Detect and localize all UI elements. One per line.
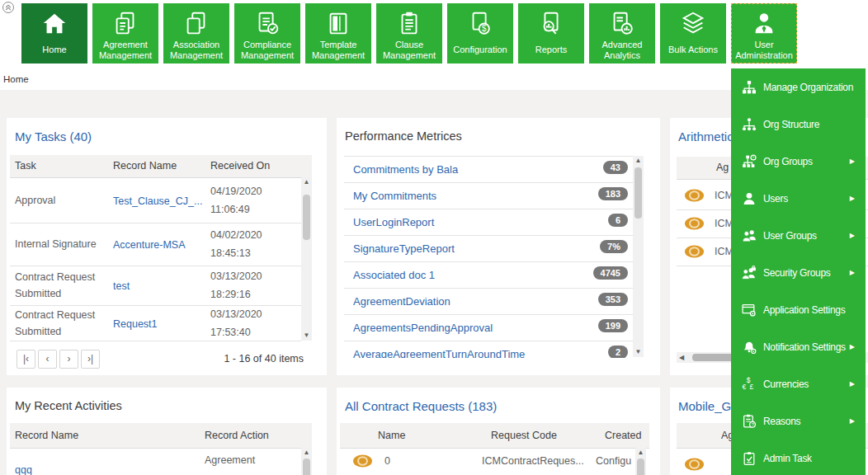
preview-eye-icon[interactable]	[683, 457, 705, 472]
card-my-tasks: My Tasks (40) Task Record Name Received …	[7, 118, 327, 375]
menu-item-application-settings[interactable]: Application Settings	[731, 291, 866, 328]
record-link[interactable]: qqq	[15, 464, 32, 475]
bulk-actions-icon	[679, 8, 707, 39]
menu-item-reasons[interactable]: ? Reasons ▶	[731, 402, 866, 440]
metric-link[interactable]: Associated doc 1	[344, 269, 435, 281]
nav-tile-reports[interactable]: Reports	[518, 3, 584, 63]
scroll-down-icon[interactable]: ▼	[301, 331, 312, 341]
metric-count-badge: 199	[598, 319, 628, 332]
request-row[interactable]: 0 ICMContractReques... Configu	[340, 448, 635, 474]
metric-item[interactable]: Commitments by Bala43	[344, 157, 644, 183]
requests-scrollbar[interactable]: ▲	[635, 448, 646, 475]
preview-eye-icon[interactable]	[351, 454, 374, 468]
column-header-created[interactable]: Created	[605, 430, 641, 441]
nav-tile-association-management[interactable]: Association Management	[163, 3, 229, 63]
metric-link[interactable]: My Commitments	[344, 190, 436, 202]
scroll-left-icon[interactable]: ◀	[677, 352, 686, 363]
preview-eye-icon[interactable]	[683, 244, 705, 259]
menu-item-admin-task[interactable]: Admin Task	[731, 440, 866, 475]
metric-link[interactable]: SignatureTypeReport	[344, 242, 455, 255]
menu-item-org-groups[interactable]: Org Groups ▶	[731, 143, 866, 180]
metric-item[interactable]: My Commitments183	[344, 183, 644, 209]
record-link[interactable]: test	[113, 280, 130, 292]
nav-tile-agreement-management[interactable]: Agreement Management	[92, 3, 158, 63]
metric-link[interactable]: UserLoginReport	[344, 216, 434, 228]
scroll-up-icon[interactable]: ▲	[301, 177, 312, 187]
column-header-agreement[interactable]: Ag	[716, 162, 729, 173]
metric-link[interactable]: AgreementDeviation	[344, 295, 451, 308]
column-header-received-on[interactable]: Received On	[210, 160, 270, 172]
metric-item[interactable]: SignatureTypeReport7%	[344, 236, 644, 262]
reports-icon	[537, 8, 565, 39]
metric-item[interactable]: Associated doc 14745	[344, 262, 644, 289]
preview-eye-icon[interactable]	[683, 188, 705, 203]
nav-tile-home[interactable]: Home	[21, 3, 87, 63]
mobile-title[interactable]: Mobile_Gl	[678, 399, 734, 413]
menu-item-currencies[interactable]: $€£ Currencies ▶	[731, 365, 866, 402]
metric-item[interactable]: AgreementDeviation353	[344, 289, 644, 315]
metric-count-badge: 183	[598, 187, 628, 200]
column-header-record-name[interactable]: Record Name	[15, 430, 78, 441]
scrollbar-thumb[interactable]	[303, 195, 310, 240]
nav-tile-advanced-analytics[interactable]: Advanced Analytics	[589, 3, 655, 63]
menu-item-manage-organization[interactable]: Manage Organization	[731, 68, 866, 106]
recent-scrollbar[interactable]: ▲	[301, 448, 312, 475]
performance-title: Performance Metrices	[345, 129, 462, 143]
agreement-icon	[111, 8, 139, 39]
preview-eye-icon[interactable]	[683, 216, 705, 231]
contract-requests-title[interactable]: All Contract Requests (183)	[345, 399, 497, 413]
pager-next-button[interactable]: ›	[59, 350, 78, 369]
metric-link[interactable]: AgreementsPendingApproval	[344, 322, 493, 334]
performance-scrollbar[interactable]: ▲ ▼	[633, 156, 644, 357]
scrollbar-thumb[interactable]	[303, 459, 310, 475]
my-tasks-scrollbar[interactable]: ▲ ▼	[301, 177, 312, 341]
metric-item[interactable]: AgreementsPendingApproval199	[344, 315, 644, 341]
scroll-down-icon[interactable]: ▼	[633, 347, 644, 357]
metric-link[interactable]: AverageAgreementTurnAroundTime	[344, 348, 525, 358]
record-link[interactable]: Request1	[113, 318, 158, 330]
metric-item[interactable]: AverageAgreementTurnAroundTime2	[344, 341, 644, 358]
analytics-icon	[608, 8, 636, 39]
scroll-up-icon[interactable]: ▲	[301, 448, 312, 458]
nav-tile-compliance-management[interactable]: Compliance Management	[234, 3, 300, 63]
task-row[interactable]: Contract Request Submitted Request1 03/1…	[10, 305, 301, 341]
column-header-record-action[interactable]: Record Action	[205, 430, 269, 441]
nav-tile-clause-management[interactable]: Clause Management	[376, 3, 442, 63]
metric-item[interactable]: UserLoginReport6	[344, 209, 644, 236]
my-tasks-title[interactable]: My Tasks (40)	[15, 129, 92, 143]
scrollbar-thumb[interactable]	[637, 459, 644, 475]
record-link[interactable]: Test_Clause_CJ_...	[113, 195, 202, 207]
pager-first-button[interactable]: |‹	[17, 350, 35, 369]
task-row[interactable]: Internal Signature Accenture-MSA 04/02/2…	[10, 223, 301, 266]
breadcrumb[interactable]: Home	[3, 74, 29, 84]
pager-previous-button[interactable]: ‹	[38, 350, 57, 369]
pager-last-button[interactable]: ›|	[81, 350, 100, 369]
scroll-up-icon[interactable]: ▲	[635, 448, 646, 458]
column-header-record-name[interactable]: Record Name	[113, 160, 177, 172]
menu-item-notification-settings[interactable]: Notification Settings ▶	[731, 328, 866, 365]
column-header-name[interactable]: Name	[378, 430, 405, 441]
recent-row[interactable]: qqq Agreement	[10, 448, 301, 475]
record-link[interactable]: Accenture-MSA	[113, 239, 186, 251]
collapse-nav-button[interactable]	[2, 2, 14, 13]
menu-item-users[interactable]: Users ▶	[731, 180, 866, 217]
nav-tile-template-management[interactable]: Template Management	[305, 3, 371, 63]
column-header-task[interactable]: Task	[15, 160, 36, 172]
card-all-contract-requests: All Contract Requests (183) Name Request…	[337, 388, 660, 475]
compliance-icon	[253, 8, 281, 39]
arithmetic-title[interactable]: Arithmetic	[678, 129, 734, 143]
menu-item-user-groups[interactable]: User Groups ▶	[731, 217, 866, 254]
template-icon	[324, 8, 352, 39]
column-header-request-code[interactable]: Request Code	[491, 430, 557, 441]
task-row[interactable]: Approval Test_Clause_CJ_... 04/19/202011…	[10, 177, 301, 223]
nav-tile-bulk-actions[interactable]: Bulk Actions	[660, 3, 726, 63]
nav-tile-user-administration[interactable]: User Administration	[731, 3, 797, 63]
nav-tile-configuration[interactable]: $ Configuration	[447, 3, 513, 63]
scroll-up-icon[interactable]: ▲	[633, 156, 644, 166]
metric-link[interactable]: Commitments by Bala	[344, 163, 458, 176]
reasons-icon: ?	[742, 414, 757, 429]
scrollbar-thumb[interactable]	[634, 167, 642, 219]
menu-item-security-groups[interactable]: Security Groups ▶	[731, 254, 866, 291]
task-row[interactable]: Contract Request Submitted test 03/13/20…	[10, 266, 301, 306]
menu-item-org-structure[interactable]: Org Structure	[731, 106, 866, 143]
